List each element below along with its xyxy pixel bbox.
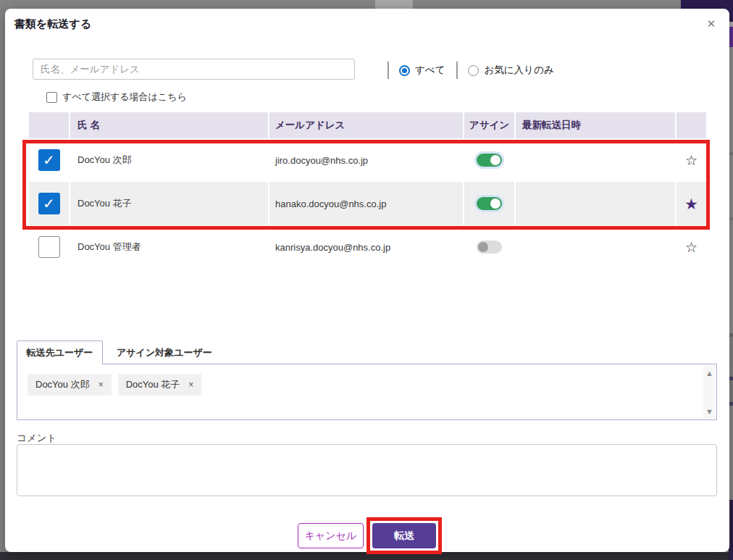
user-email: jiro.docyou@nhs.co.jp: [269, 138, 463, 182]
select-all-checkbox[interactable]: [46, 92, 57, 103]
header-name: 氏 名: [70, 112, 268, 138]
forward-button[interactable]: 転送: [372, 523, 436, 548]
row-checkbox[interactable]: ✓: [38, 193, 60, 214]
user-email: hanako.docyou@nhs.co.jp: [269, 182, 463, 225]
favorite-star-icon[interactable]: ☆: [685, 154, 698, 167]
assign-toggle[interactable]: [477, 197, 502, 210]
toggle-knob: [478, 242, 488, 252]
table-row: ✓DocYou 花子hanako.docyou@nhs.co.jp★: [29, 182, 706, 225]
radio-option-favorites[interactable]: お気に入りのみ: [468, 64, 553, 77]
assign-toggle[interactable]: [477, 154, 502, 167]
table-row: DocYou 管理者kanrisya.docyou@nhs.co.jp☆: [29, 225, 706, 269]
scroll-down-icon[interactable]: ▼: [703, 405, 716, 417]
toggle-knob: [490, 198, 500, 209]
toggle-knob: [490, 155, 500, 165]
comment-input[interactable]: [17, 444, 717, 496]
radio-unselected-icon: [468, 65, 479, 76]
header-checkbox-col: [29, 112, 69, 138]
chip-remove-icon[interactable]: ×: [99, 380, 104, 390]
radio-favorites-label: お気に入りのみ: [484, 64, 553, 77]
last-forward-date: [516, 138, 675, 182]
user-table-body: ✓DocYou 次郎jiro.docyou@nhs.co.jp☆✓DocYou …: [29, 138, 706, 269]
filter-radio-group: すべて お気に入りのみ: [388, 62, 566, 79]
comment-label: コメント: [17, 432, 56, 445]
tab-forward-users[interactable]: 転送先ユーザー: [17, 340, 103, 364]
divider: [388, 62, 389, 79]
radio-all-label: すべて: [415, 64, 445, 77]
background-bottom-bar: [0, 552, 733, 560]
close-icon[interactable]: ✕: [703, 15, 720, 33]
user-table: 氏 名 メールアドレス アサイン 最新転送日時 ✓DocYou 次郎jiro.d…: [29, 112, 706, 269]
user-name: DocYou 花子: [70, 182, 268, 225]
background-scrollbar-thumb: [375, 0, 413, 9]
radio-selected-icon: [399, 65, 410, 76]
search-input[interactable]: [33, 59, 355, 80]
chip-label: DocYou 次郎: [35, 378, 90, 391]
user-email: kanrisya.docyou@nhs.co.jp: [269, 225, 463, 269]
dialog-title: 書類を転送する: [14, 17, 91, 31]
forward-document-dialog: 書類を転送する ✕ すべて お気に入りのみ すべて選択する場合はこちら 氏 名 …: [5, 9, 729, 552]
selected-users-panel: DocYou 次郎×DocYou 花子× ▲ ▼: [17, 364, 717, 420]
row-checkbox[interactable]: ✓: [38, 149, 60, 171]
table-header-row: 氏 名 メールアドレス アサイン 最新転送日時: [29, 112, 706, 138]
last-forward-date: [516, 182, 675, 225]
cancel-button[interactable]: キャンセル: [298, 523, 364, 548]
tab-assign-users[interactable]: アサイン対象ユーザー: [112, 340, 217, 364]
last-forward-date: [516, 225, 675, 269]
favorite-star-icon[interactable]: ☆: [685, 241, 698, 254]
chip-remove-icon[interactable]: ×: [188, 380, 193, 390]
panel-scrollbar[interactable]: ▲ ▼: [703, 365, 716, 419]
user-name: DocYou 次郎: [70, 138, 268, 182]
scroll-up-icon[interactable]: ▲: [703, 367, 716, 379]
chip-label: DocYou 花子: [126, 378, 180, 391]
select-all-label: すべて選択する場合はこちら: [62, 91, 187, 104]
user-chip: DocYou 花子×: [118, 374, 202, 396]
header-assign: アサイン: [464, 112, 514, 138]
assign-toggle[interactable]: [477, 241, 502, 254]
radio-option-all[interactable]: すべて: [399, 64, 445, 77]
header-last-forwarded: 最新転送日時: [516, 112, 675, 138]
row-checkbox[interactable]: [38, 236, 60, 258]
select-all-row[interactable]: すべて選択する場合はこちら: [46, 91, 187, 104]
table-row: ✓DocYou 次郎jiro.docyou@nhs.co.jp☆: [29, 138, 706, 182]
header-email: メールアドレス: [269, 112, 463, 138]
header-favorite-col: [677, 112, 706, 138]
user-name: DocYou 管理者: [70, 225, 268, 269]
user-chip: DocYou 次郎×: [28, 374, 112, 396]
divider: [456, 62, 458, 79]
chip-list: DocYou 次郎×DocYou 花子×: [28, 374, 201, 396]
favorite-star-icon[interactable]: ★: [684, 196, 698, 212]
